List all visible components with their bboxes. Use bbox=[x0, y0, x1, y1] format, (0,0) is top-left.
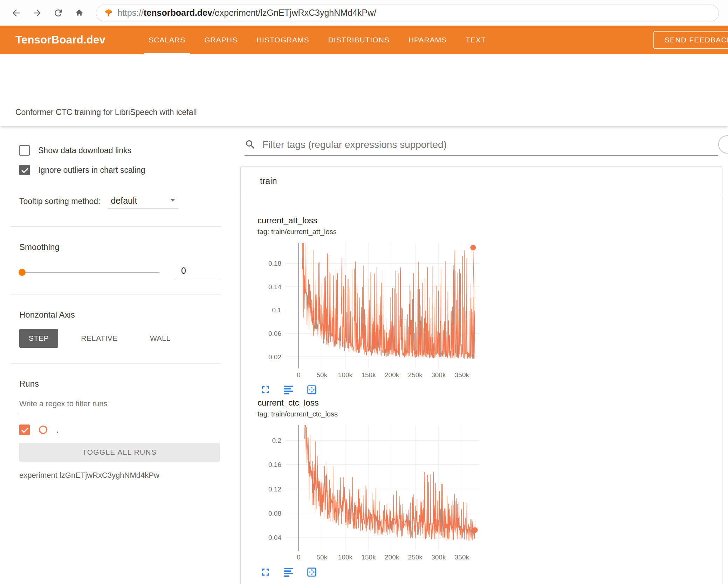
chart-title: current_ctc_loss bbox=[257, 398, 485, 408]
main-panel: train current_att_loss tag: train/curren… bbox=[231, 126, 728, 584]
url-path: /experiment/lzGnETjwRxC3yghNMd4kPw/ bbox=[212, 8, 376, 18]
tab-hparams[interactable]: HPARAMS bbox=[399, 26, 456, 54]
svg-text:350k: 350k bbox=[455, 554, 469, 561]
svg-text:0.1: 0.1 bbox=[272, 306, 281, 314]
fit-domain-button[interactable] bbox=[305, 383, 318, 397]
smoothing-slider[interactable] bbox=[19, 272, 159, 273]
smoothing-value-input[interactable] bbox=[174, 266, 219, 279]
svg-text:0.14: 0.14 bbox=[268, 283, 281, 291]
charts-grid: current_att_loss tag: train/current_att_… bbox=[241, 195, 722, 584]
experiment-title-bar: Conformer CTC training for LibriSpeech w… bbox=[0, 54, 728, 126]
run-checkbox[interactable] bbox=[19, 425, 30, 435]
tab-graphs[interactable]: GRAPHS bbox=[195, 26, 247, 54]
url-bar[interactable]: https://tensorboard.dev/experiment/lzGnE… bbox=[96, 5, 719, 21]
svg-text:0: 0 bbox=[297, 554, 301, 561]
url-domain: tensorboard.dev bbox=[144, 8, 212, 18]
chevron-down-icon bbox=[170, 199, 175, 202]
chart-plot-current-ctc-loss[interactable]: 050k100k150k200k250k300k350k0.040.080.12… bbox=[257, 422, 485, 563]
forward-button[interactable] bbox=[28, 4, 46, 22]
svg-text:200k: 200k bbox=[385, 371, 399, 379]
home-button[interactable] bbox=[70, 4, 88, 22]
tab-distributions[interactable]: DISTRIBUTIONS bbox=[319, 26, 399, 54]
svg-text:250k: 250k bbox=[408, 554, 423, 561]
tab-histograms[interactable]: HISTOGRAMS bbox=[247, 26, 319, 54]
train-group-header[interactable]: train bbox=[241, 167, 722, 195]
svg-text:0.16: 0.16 bbox=[268, 461, 281, 468]
home-icon bbox=[74, 8, 84, 18]
reload-icon bbox=[53, 8, 63, 18]
fullscreen-icon bbox=[260, 384, 272, 396]
fit-domain-button[interactable] bbox=[305, 566, 318, 579]
sidebar-divider bbox=[11, 294, 221, 294]
show-download-links-row: Show data download links bbox=[19, 144, 221, 156]
show-download-links-checkbox[interactable] bbox=[19, 145, 30, 156]
tab-scalars[interactable]: SCALARS bbox=[139, 26, 195, 54]
expand-chart-button[interactable] bbox=[259, 566, 272, 579]
tag-filter-input[interactable] bbox=[262, 139, 718, 150]
runs-label: Runs bbox=[19, 379, 221, 389]
svg-text:0.2: 0.2 bbox=[272, 437, 281, 444]
train-card: train current_att_loss tag: train/curren… bbox=[240, 166, 722, 584]
horizontal-lines-icon bbox=[283, 384, 295, 396]
experiment-id-note: experiment lzGnETjwRxC3yghNMd4kPw bbox=[19, 471, 221, 480]
sidebar-divider bbox=[11, 363, 221, 364]
svg-text:0.12: 0.12 bbox=[268, 485, 281, 493]
content-area: Show data download links Ignore outliers… bbox=[0, 126, 728, 584]
axis-wall-button[interactable]: WALL bbox=[140, 329, 180, 348]
smoothing-label: Smoothing bbox=[19, 242, 221, 252]
fullscreen-icon bbox=[260, 566, 272, 578]
toggle-all-runs-button[interactable]: TOGGLE ALL RUNS bbox=[19, 443, 220, 462]
svg-text:100k: 100k bbox=[338, 554, 353, 561]
header-tabs: SCALARS GRAPHS HISTOGRAMS DISTRIBUTIONS … bbox=[139, 26, 495, 54]
svg-text:150k: 150k bbox=[361, 371, 376, 379]
show-download-links-label: Show data download links bbox=[38, 146, 131, 155]
svg-text:350k: 350k bbox=[455, 371, 469, 379]
tag-filter-row bbox=[245, 139, 718, 156]
partial-circle-element bbox=[718, 135, 728, 154]
back-button[interactable] bbox=[7, 4, 25, 22]
svg-text:0.18: 0.18 bbox=[268, 260, 281, 267]
axis-step-button[interactable]: STEP bbox=[19, 329, 58, 348]
smoothing-slider-thumb[interactable] bbox=[19, 269, 26, 276]
axis-relative-button[interactable]: RELATIVE bbox=[71, 329, 127, 348]
browser-window: https://tensorboard.dev/experiment/lzGnE… bbox=[0, 0, 728, 584]
svg-text:300k: 300k bbox=[431, 371, 446, 379]
chart-current-att-loss: current_att_loss tag: train/current_att_… bbox=[257, 216, 485, 398]
horizontal-axis-label: Horizontal Axis bbox=[19, 310, 221, 320]
tooltip-sorting-value: default bbox=[111, 196, 137, 206]
chart-current-ctc-loss: current_ctc_loss tag: train/current_ctc_… bbox=[257, 398, 485, 580]
brand-title[interactable]: TensorBoard.dev bbox=[15, 34, 105, 46]
tooltip-sorting-label: Tooltip sorting method: bbox=[19, 197, 100, 209]
chart-tag: tag: train/current_ctc_loss bbox=[257, 410, 485, 418]
svg-text:50k: 50k bbox=[317, 371, 328, 379]
fit-to-screen-icon bbox=[306, 566, 318, 578]
chart-title: current_att_loss bbox=[257, 216, 485, 225]
toggle-yaxis-button[interactable] bbox=[282, 566, 295, 579]
experiment-title: Conformer CTC training for LibriSpeech w… bbox=[15, 108, 197, 117]
ignore-outliers-row: Ignore outliers in chart scaling bbox=[19, 164, 221, 176]
run-name-label: . bbox=[56, 425, 59, 435]
reload-button[interactable] bbox=[49, 4, 67, 22]
chart-toolbar bbox=[259, 382, 485, 398]
tab-text[interactable]: TEXT bbox=[456, 26, 495, 54]
tooltip-sorting-dropdown[interactable]: default bbox=[108, 196, 178, 209]
svg-text:250k: 250k bbox=[408, 371, 423, 379]
url-text: https://tensorboard.dev/experiment/lzGnE… bbox=[117, 8, 376, 18]
runs-filter-input[interactable] bbox=[19, 399, 221, 408]
chart-plot-current-att-loss[interactable]: 050k100k150k200k250k300k350k0.020.060.10… bbox=[257, 240, 485, 380]
app-header: TensorBoard.dev SCALARS GRAPHS HISTOGRAM… bbox=[0, 26, 728, 54]
back-arrow-icon bbox=[11, 8, 21, 18]
expand-chart-button[interactable] bbox=[259, 383, 272, 397]
ignore-outliers-label: Ignore outliers in chart scaling bbox=[38, 165, 145, 175]
send-feedback-button[interactable]: SEND FEEDBACK bbox=[653, 31, 728, 49]
forward-arrow-icon bbox=[32, 8, 42, 18]
horizontal-axis-buttons: STEP RELATIVE WALL bbox=[19, 329, 221, 348]
tensorboard-favicon-icon bbox=[104, 8, 113, 18]
svg-text:100k: 100k bbox=[338, 371, 353, 379]
settings-sidebar: Show data download links Ignore outliers… bbox=[0, 126, 231, 584]
ignore-outliers-checkbox[interactable] bbox=[19, 165, 30, 175]
horizontal-lines-icon bbox=[283, 566, 295, 578]
run-item-row: . bbox=[19, 424, 221, 436]
toggle-yaxis-button[interactable] bbox=[282, 383, 295, 397]
runs-filter-wrap bbox=[19, 399, 221, 413]
